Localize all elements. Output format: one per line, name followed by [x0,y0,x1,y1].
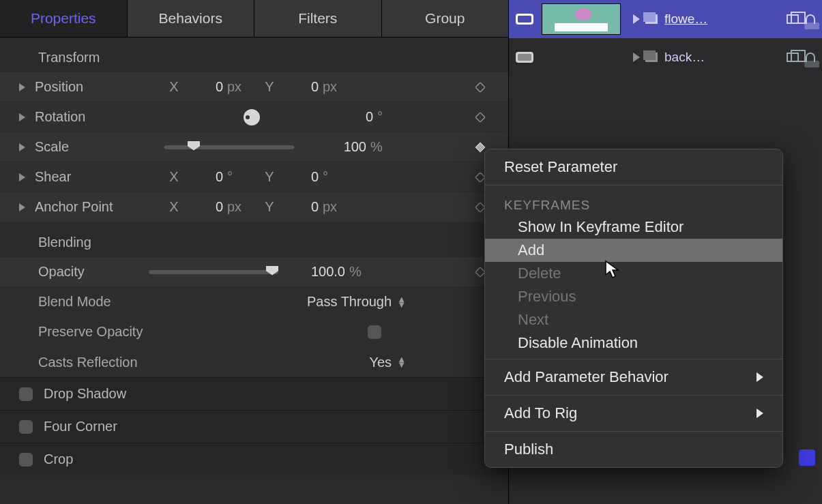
tab-filters[interactable]: Filters [254,0,382,37]
lock-icon[interactable] [806,14,815,24]
keyframe-position-icon[interactable] [475,83,485,92]
shear-x-value[interactable]: 0 [184,169,223,185]
timing-pane-icon[interactable] [799,449,815,466]
layer-row-background[interactable]: back… [509,38,822,76]
scale-slider-thumb[interactable] [188,141,200,151]
menu-reset-parameter[interactable]: Reset Parameter [485,153,782,181]
menu-show-in-keyframe-editor[interactable]: Show In Keyframe Editor [485,216,782,239]
crop-label: Crop [44,451,73,467]
keyframe-opacity-icon[interactable] [475,267,485,277]
disclose-layer-icon[interactable] [633,53,640,62]
layer-name[interactable]: flowe… [664,12,787,27]
four-corner-label: Four Corner [44,419,117,434]
visibility-toggle-icon[interactable] [516,14,533,25]
layer-row-flower[interactable]: flowe… [509,0,822,38]
section-blending-label: Blending [0,222,508,257]
menu-previous-keyframe: Previous [485,285,782,308]
isolate-icon[interactable] [787,53,799,62]
shear-y-value[interactable]: 0 [279,169,319,185]
tab-properties[interactable]: Properties [0,0,128,37]
four-corner-checkbox[interactable] [19,420,33,434]
disclose-anchor-icon[interactable] [19,203,25,211]
menu-disable-animation[interactable]: Disable Animation [485,331,782,355]
menu-delete-keyframe: Delete [485,262,782,285]
scale-unit: % [366,139,390,155]
animation-context-menu: Reset Parameter KEYFRAMES Show In Keyfra… [484,149,783,468]
row-drop-shadow[interactable]: Drop Shadow [0,377,508,410]
isolate-icon[interactable] [787,14,799,24]
opacity-value[interactable]: 100.0 [291,264,345,280]
drop-shadow-checkbox[interactable] [19,387,33,401]
disclose-position-icon[interactable] [19,83,25,91]
menu-separator [485,431,782,432]
blend-mode-select[interactable]: Pass Through [307,294,392,310]
disclose-rotation-icon[interactable] [19,113,25,121]
shear-x-axis: X [164,169,184,185]
position-y-value[interactable]: 0 [279,79,319,95]
shear-label: Shear [35,169,164,185]
menu-publish[interactable]: Publish [485,436,782,463]
keyframe-shear-icon[interactable] [475,173,485,182]
scale-label: Scale [35,139,164,155]
opacity-slider-thumb[interactable] [266,266,278,276]
position-x-unit: px [223,79,246,95]
keyframe-scale-icon[interactable] [475,143,485,152]
group-icon [645,53,658,62]
menu-add-keyframe[interactable]: Add [485,239,782,262]
row-crop[interactable]: Crop [0,443,508,475]
position-x-value[interactable]: 0 [184,79,223,95]
position-label: Position [35,79,164,95]
position-y-unit: px [319,79,342,95]
menu-separator [485,185,782,186]
updown-icon[interactable]: ▲▼ [397,297,406,308]
preserve-opacity-label: Preserve Opacity [38,324,368,340]
layer-thumbnail [542,3,621,35]
submenu-arrow-icon [757,409,763,418]
anchor-x-axis: X [164,199,184,215]
opacity-slider[interactable] [149,270,278,274]
lock-icon[interactable] [806,53,815,62]
visibility-toggle-icon[interactable] [516,52,533,63]
scale-value[interactable]: 100 [319,139,366,155]
keyframe-anchor-icon[interactable] [475,203,485,212]
group-icon [645,14,658,24]
rotation-value[interactable]: 0 [334,109,373,125]
tab-behaviors[interactable]: Behaviors [128,0,255,37]
shear-y-axis: Y [260,169,279,185]
layer-name[interactable]: back… [664,50,787,65]
disclose-layer-icon[interactable] [633,14,640,24]
anchor-y-unit: px [319,199,342,215]
opacity-label: Opacity [38,264,149,280]
anchor-y-value[interactable]: 0 [279,199,319,215]
menu-next-keyframe: Next [485,308,782,331]
row-preserve-opacity: Preserve Opacity [0,317,508,347]
anchor-x-unit: px [223,199,246,215]
disclose-shear-icon[interactable] [19,173,25,181]
crop-checkbox[interactable] [19,453,33,466]
casts-reflection-label: Casts Reflection [38,355,168,370]
anchor-x-value[interactable]: 0 [184,199,223,215]
position-y-axis: Y [260,79,279,95]
opacity-unit: % [345,264,368,280]
menu-add-parameter-behavior[interactable]: Add Parameter Behavior [485,364,782,391]
menu-heading-keyframes: KEYFRAMES [485,190,782,216]
row-scale: Scale 100 % ⌄ [0,132,508,162]
row-anchor-point: Anchor Point X 0 px Y 0 px [0,192,508,222]
scale-slider[interactable] [164,145,294,149]
anchor-y-axis: Y [260,199,279,215]
anchor-label: Anchor Point [35,199,164,215]
row-four-corner[interactable]: Four Corner [0,410,508,443]
menu-add-to-rig[interactable]: Add To Rig [485,400,782,427]
keyframe-rotation-icon[interactable] [475,113,485,122]
shear-x-unit: ° [223,169,246,185]
casts-reflection-select[interactable]: Yes [369,355,392,370]
disclose-scale-icon[interactable] [19,143,25,151]
updown-icon[interactable]: ▲▼ [397,357,406,368]
row-opacity: Opacity 100.0 % [0,257,508,287]
tab-group[interactable]: Group [382,0,509,37]
row-blend-mode: Blend Mode Pass Through ▲▼ [0,287,508,317]
rotation-label: Rotation [35,109,164,125]
menu-separator [485,395,782,396]
preserve-opacity-checkbox[interactable] [368,325,381,339]
rotation-dial[interactable] [244,109,260,125]
